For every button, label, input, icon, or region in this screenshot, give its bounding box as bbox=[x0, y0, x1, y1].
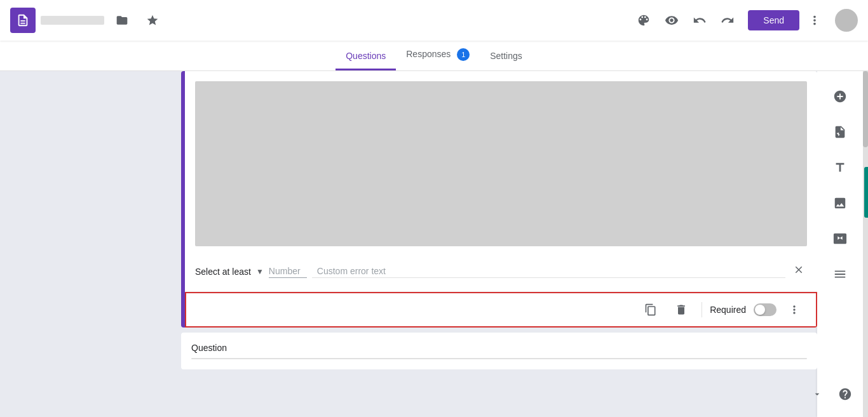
delete-icon bbox=[675, 303, 688, 316]
scrollbar-thumb[interactable] bbox=[863, 71, 868, 147]
send-button[interactable]: Send bbox=[748, 10, 799, 30]
help-icon bbox=[838, 387, 852, 401]
expand-button[interactable] bbox=[804, 381, 830, 407]
validation-label: Select at least bbox=[195, 267, 251, 277]
redo-icon bbox=[721, 13, 735, 27]
next-question-title: Question bbox=[191, 343, 807, 353]
app-header: Send bbox=[0, 0, 868, 41]
add-circle-icon bbox=[833, 89, 847, 103]
star-button[interactable] bbox=[140, 8, 165, 33]
main-content: Select at least ▼ Number Custom error te… bbox=[0, 71, 868, 417]
undo-icon bbox=[693, 13, 707, 27]
tabs-bar: Questions Responses 1 Settings bbox=[0, 41, 868, 71]
tab-settings-label: Settings bbox=[490, 51, 522, 61]
add-section-button[interactable] bbox=[825, 259, 855, 289]
form-title bbox=[41, 16, 104, 25]
forms-icon bbox=[10, 8, 36, 33]
video-icon bbox=[833, 232, 847, 246]
tab-responses-label: Responses bbox=[406, 49, 451, 59]
divider bbox=[702, 302, 702, 317]
validation-number-placeholder[interactable]: Number bbox=[269, 265, 307, 278]
close-icon bbox=[793, 264, 804, 275]
more-question-options-button[interactable] bbox=[782, 297, 807, 322]
eye-icon bbox=[665, 13, 679, 27]
preview-button[interactable] bbox=[659, 8, 684, 33]
green-accent-bar bbox=[864, 167, 868, 218]
required-label: Required bbox=[710, 305, 746, 315]
folder-button[interactable] bbox=[109, 8, 135, 33]
star-icon bbox=[146, 14, 159, 27]
tab-questions-label: Questions bbox=[346, 51, 386, 61]
action-row: Required bbox=[185, 292, 817, 328]
question-card-active: Select at least ▼ Number Custom error te… bbox=[181, 71, 817, 328]
question-underline bbox=[191, 358, 807, 359]
validation-custom-error[interactable]: Custom error text bbox=[312, 265, 785, 278]
copy-icon bbox=[644, 303, 657, 316]
tab-questions[interactable]: Questions bbox=[336, 51, 396, 70]
header-left bbox=[10, 8, 631, 33]
scrollbar[interactable] bbox=[863, 71, 868, 417]
add-title-button[interactable] bbox=[825, 152, 855, 183]
required-toggle[interactable] bbox=[754, 303, 776, 316]
more-options-button[interactable] bbox=[802, 8, 827, 33]
import-questions-button[interactable] bbox=[825, 117, 855, 147]
validation-close-button[interactable] bbox=[790, 261, 807, 281]
palette-icon bbox=[637, 13, 651, 27]
more-vert-icon bbox=[808, 13, 822, 27]
right-toolbar bbox=[817, 71, 863, 417]
image-placeholder bbox=[195, 81, 807, 246]
redo-button[interactable] bbox=[715, 8, 740, 33]
toggle-knob bbox=[755, 305, 765, 315]
tab-settings[interactable]: Settings bbox=[480, 51, 532, 70]
section-icon bbox=[833, 267, 847, 281]
chevron-down-icon bbox=[812, 389, 822, 399]
validation-text: Select at least bbox=[195, 267, 251, 277]
responses-badge: 1 bbox=[457, 48, 470, 61]
add-image-button[interactable] bbox=[825, 188, 855, 218]
help-button[interactable] bbox=[832, 381, 858, 407]
add-question-button[interactable] bbox=[825, 81, 855, 112]
import-icon bbox=[833, 125, 847, 139]
tab-responses[interactable]: Responses 1 bbox=[396, 48, 480, 70]
avatar[interactable] bbox=[835, 9, 858, 32]
validation-dropdown-button[interactable]: ▼ bbox=[256, 267, 264, 276]
left-sidebar-space bbox=[0, 71, 181, 417]
undo-button[interactable] bbox=[687, 8, 712, 33]
title-icon bbox=[833, 161, 847, 175]
add-video-button[interactable] bbox=[825, 223, 855, 254]
palette-button[interactable] bbox=[631, 8, 656, 33]
image-icon bbox=[833, 196, 847, 210]
delete-button[interactable] bbox=[668, 297, 694, 322]
copy-button[interactable] bbox=[638, 297, 663, 322]
more-vert-question-icon bbox=[788, 303, 801, 316]
folder-icon bbox=[116, 14, 128, 27]
form-area: Select at least ▼ Number Custom error te… bbox=[181, 71, 817, 417]
header-right: Send bbox=[631, 8, 858, 33]
validation-row: Select at least ▼ Number Custom error te… bbox=[185, 256, 817, 292]
forms-logo bbox=[16, 13, 30, 27]
next-question-card: Question bbox=[181, 333, 817, 369]
